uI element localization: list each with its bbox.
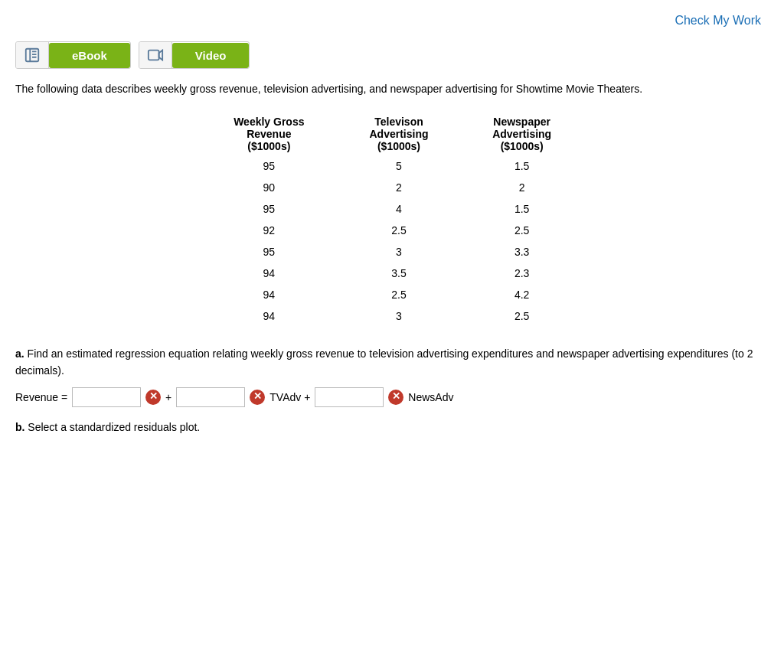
cell-3-2: 2.5 [460, 220, 583, 241]
cell-6-2: 4.2 [460, 284, 583, 305]
revenue-label: Revenue = [15, 389, 67, 406]
input-intercept[interactable] [72, 387, 141, 407]
cell-2-2: 1.5 [460, 198, 583, 220]
description-text: The following data describes weekly gros… [15, 81, 769, 97]
cell-2-0: 95 [201, 198, 338, 220]
error-icon-3[interactable]: ✕ [388, 390, 403, 405]
table-row: 9551.5 [201, 155, 583, 177]
cell-7-0: 94 [201, 305, 338, 327]
cell-0-2: 1.5 [460, 155, 583, 177]
cell-4-1: 3 [338, 241, 461, 263]
svg-rect-5 [149, 51, 159, 60]
error-icon-2[interactable]: ✕ [250, 390, 265, 405]
toolbar: eBook Video [15, 41, 769, 69]
table-row: 922.52.5 [201, 220, 583, 241]
cell-0-0: 95 [201, 155, 338, 177]
video-button-wrapper: Video [139, 41, 250, 69]
tvadv-label: TVAdv + [270, 389, 310, 406]
video-button[interactable]: Video [172, 43, 250, 68]
check-my-work-link[interactable]: Check My Work [675, 14, 761, 28]
question-b-block: b. Select a standardized residuals plot. [15, 421, 769, 433]
data-table: Weekly GrossRevenue($1000s) TelevisonAdv… [201, 113, 583, 327]
ebook-button[interactable]: eBook [49, 43, 130, 68]
cell-5-2: 2.3 [460, 263, 583, 284]
cell-1-0: 90 [201, 177, 338, 198]
input-tv-coeff[interactable] [176, 387, 245, 407]
question-a-block: a. Find an estimated regression equation… [15, 345, 769, 407]
top-bar: Check My Work [15, 8, 769, 34]
video-icon [139, 42, 172, 68]
cell-1-2: 2 [460, 177, 583, 198]
question-b-text: Select a standardized residuals plot. [28, 421, 200, 433]
newsadv-label: NewsAdv [408, 389, 453, 406]
cell-5-0: 94 [201, 263, 338, 284]
ebook-button-wrapper: eBook [15, 41, 131, 69]
cell-7-1: 3 [338, 305, 461, 327]
cell-4-0: 95 [201, 241, 338, 263]
cell-7-2: 2.5 [460, 305, 583, 327]
table-row: 9022 [201, 177, 583, 198]
question-b-label: b. [15, 421, 24, 433]
cell-2-1: 4 [338, 198, 461, 220]
col-header-tv: TelevisonAdvertising($1000s) [338, 113, 461, 155]
cell-5-1: 3.5 [338, 263, 461, 284]
cell-6-0: 94 [201, 284, 338, 305]
error-icon-1[interactable]: ✕ [145, 390, 161, 405]
cell-1-1: 2 [338, 177, 461, 198]
table-row: 9432.5 [201, 305, 583, 327]
cell-0-1: 5 [338, 155, 461, 177]
cell-4-2: 3.3 [460, 241, 583, 263]
equation-row: Revenue = ✕ + ✕ TVAdv + ✕ NewsAdv [15, 387, 769, 407]
cell-6-1: 2.5 [338, 284, 461, 305]
table-row: 942.54.2 [201, 284, 583, 305]
question-a-text: Find an estimated regression equation re… [15, 347, 753, 377]
ebook-icon [16, 42, 49, 68]
question-a-label: a. [15, 347, 24, 360]
cell-3-1: 2.5 [338, 220, 461, 241]
table-row: 943.52.3 [201, 263, 583, 284]
cell-3-0: 92 [201, 220, 338, 241]
col-header-revenue: Weekly GrossRevenue($1000s) [201, 113, 338, 155]
table-row: 9533.3 [201, 241, 583, 263]
plus-1: + [165, 389, 172, 406]
input-news-coeff[interactable] [315, 387, 384, 407]
table-row: 9541.5 [201, 198, 583, 220]
col-header-news: NewspaperAdvertising($1000s) [460, 113, 583, 155]
